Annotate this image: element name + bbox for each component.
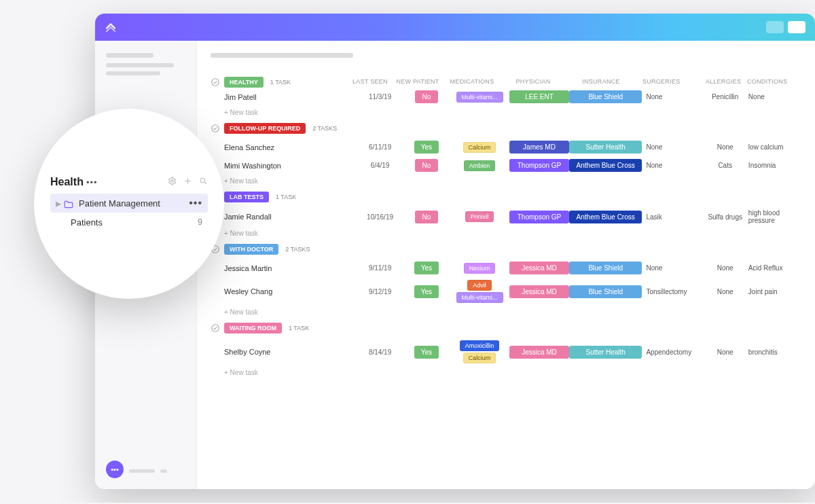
medication-tag[interactable]: Amoxicillin [460, 340, 500, 351]
cell-surgeries: Lasik [642, 213, 702, 221]
more-icon[interactable]: ••• [189, 197, 202, 209]
cell-last-seen: 6/4/19 [357, 162, 403, 169]
task-count: 1 TASK [289, 325, 309, 331]
insurance-pill[interactable]: Anthem Blue Cross [569, 159, 642, 172]
cell-conditions: low calcium [748, 143, 801, 151]
medication-tag[interactable]: Prinivil [465, 211, 494, 222]
patient-name[interactable]: Wesley Chang [211, 287, 357, 295]
more-icon[interactable]: ••• [86, 177, 98, 187]
placeholder [106, 53, 153, 58]
svg-point-4 [212, 325, 219, 332]
physician-pill[interactable]: Thompson GP [509, 159, 569, 172]
task-count: 1 TASK [270, 79, 291, 86]
physician-pill[interactable]: Jessica MD [509, 262, 569, 274]
physician-pill[interactable]: Jessica MD [509, 346, 569, 359]
table-row[interactable]: Jamie Randall10/16/19NoPrinivilThompson … [211, 206, 801, 227]
cell-allergies: None [702, 143, 748, 151]
cell-last-seen: 9/12/19 [357, 288, 403, 295]
table-row[interactable]: Mimi Washington6/4/19NoAmbienThompson GP… [211, 156, 801, 175]
medication-tag[interactable]: Advil [467, 280, 492, 291]
new-patient-pill[interactable]: No [415, 159, 438, 172]
new-patient-pill[interactable]: Yes [414, 262, 439, 274]
insurance-pill[interactable]: Blue Shield [569, 262, 642, 274]
table-row[interactable]: Wesley Chang9/12/19YesAdvilMulti-vitami.… [211, 277, 801, 306]
chat-fab-button[interactable]: ••• [106, 461, 124, 478]
medication-tag[interactable]: Nexium [464, 263, 496, 274]
medication-tag[interactable]: Calcium [463, 353, 496, 363]
medication-tag[interactable]: Multi-vitami... [456, 92, 503, 103]
table-row[interactable]: Jessica Martin9/11/19YesNexiumJessica MD… [211, 259, 801, 277]
cell-conditions: Acid Reflux [748, 264, 801, 272]
cell-medications: Ambien [450, 160, 509, 171]
table-row[interactable]: Elena Sanchez6/11/19YesCalciumJames MDSu… [211, 138, 801, 156]
cell-allergies: Penicillin [702, 93, 748, 101]
patient-name[interactable]: Jessica Martin [211, 264, 357, 272]
cell-surgeries: None [642, 264, 702, 272]
task-count: 2 TASKS [285, 246, 310, 253]
placeholder [211, 53, 353, 58]
titlebar [95, 14, 815, 41]
status-group: FOLLOW-UP REQUIRED2 TASKSElena Sanchez6/… [211, 123, 801, 185]
new-patient-pill[interactable]: No [415, 90, 438, 103]
status-badge[interactable]: WITH DOCTOR [224, 244, 278, 255]
new-task-button[interactable]: + New task [211, 369, 801, 376]
cell-conditions: Joint pain [748, 288, 801, 295]
cell-medications: Multi-vitami... [450, 92, 509, 103]
cell-conditions: high blood pressure [748, 209, 801, 224]
insurance-pill[interactable]: Sutter Health [569, 346, 642, 359]
physician-pill[interactable]: LEE ENT [509, 90, 569, 103]
cell-surgeries: Appendectomy [642, 348, 702, 356]
patient-name[interactable]: Jim Patell [211, 93, 357, 101]
patient-name[interactable]: Shelby Coyne [211, 348, 357, 356]
insurance-pill[interactable]: Blue Shield [569, 285, 642, 298]
cell-conditions: Insomnia [748, 162, 801, 169]
new-task-button[interactable]: + New task [211, 177, 801, 185]
collapse-icon[interactable] [211, 323, 220, 333]
folder-label: Patient Management [79, 198, 160, 209]
sidebar-item-patient-management[interactable]: ▸ Patient Management ••• [50, 194, 208, 213]
medication-tag[interactable]: Multi-vitami... [456, 292, 503, 303]
list-count: 9 [198, 217, 202, 227]
cell-allergies: None [702, 348, 748, 356]
physician-pill[interactable]: Jessica MD [509, 285, 569, 298]
window-minimize-button[interactable] [766, 21, 784, 33]
table-row[interactable]: Shelby Coyne8/14/19YesAmoxicillinCalcium… [211, 338, 801, 366]
physician-pill[interactable]: James MD [509, 141, 569, 154]
new-task-button[interactable]: + New task [211, 308, 801, 316]
insurance-pill[interactable]: Anthem Blue Cross [569, 211, 642, 223]
search-icon[interactable] [199, 176, 208, 188]
patient-name[interactable]: Mimi Washington [211, 162, 357, 170]
insurance-pill[interactable]: Sutter Health [569, 141, 642, 154]
gear-icon[interactable] [168, 176, 177, 188]
medication-tag[interactable]: Ambien [464, 160, 496, 171]
insurance-pill[interactable]: Blue Shield [569, 90, 642, 103]
plus-icon[interactable] [183, 176, 192, 188]
new-patient-pill[interactable]: No [415, 211, 438, 223]
status-badge[interactable]: WAITING ROOM [224, 323, 282, 334]
status-badge[interactable]: LAB TESTS [224, 192, 269, 202]
cell-medications: Calcium [450, 142, 509, 153]
patient-name[interactable]: Elena Sanchez [211, 143, 357, 151]
status-group: WITH DOCTOR2 TASKSJessica Martin9/11/19Y… [211, 244, 801, 316]
new-patient-pill[interactable]: Yes [414, 141, 439, 154]
medication-tag[interactable]: Calcium [463, 142, 496, 153]
table-row[interactable]: Jim Patell11/3/19NoMulti-vitami...LEE EN… [211, 88, 801, 106]
new-task-button[interactable]: + New task [211, 109, 801, 116]
new-patient-pill[interactable]: Yes [414, 346, 439, 359]
status-badge[interactable]: FOLLOW-UP REQUIRED [224, 123, 306, 134]
collapse-icon[interactable] [211, 124, 220, 133]
space-title[interactable]: Health [50, 176, 84, 188]
new-task-button[interactable]: + New task [211, 230, 801, 237]
sidebar-item-patients[interactable]: Patients 9 [50, 213, 208, 232]
folder-icon [64, 199, 73, 207]
cell-last-seen: 10/16/19 [357, 213, 403, 221]
placeholder [129, 469, 167, 473]
patient-name[interactable]: Jamie Randall [211, 213, 357, 221]
status-badge[interactable]: HEALTHY [224, 77, 264, 88]
new-patient-pill[interactable]: Yes [414, 285, 439, 298]
cell-medications: AmoxicillinCalcium [450, 340, 509, 363]
cell-conditions: bronchitis [748, 348, 801, 356]
collapse-icon[interactable] [211, 77, 220, 87]
physician-pill[interactable]: Thompson GP [509, 211, 569, 223]
window-maximize-button[interactable] [788, 21, 805, 33]
